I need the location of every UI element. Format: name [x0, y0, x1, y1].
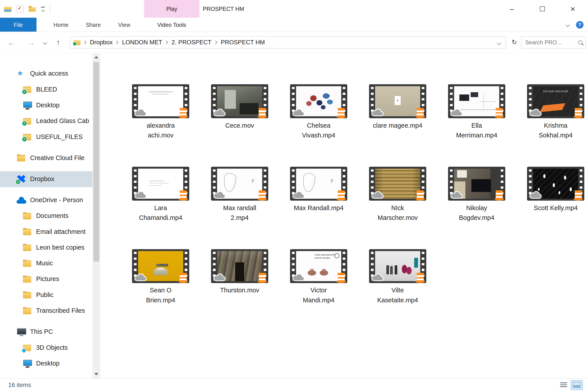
- maximize-button[interactable]: [527, 0, 558, 18]
- minimize-button[interactable]: –: [497, 0, 527, 18]
- video-thumbnail: [133, 250, 189, 283]
- file-name: Thurston.mov: [220, 286, 259, 295]
- sidebar-item[interactable]: Quick access: [0, 66, 93, 82]
- file-item[interactable]: Vilte Kasetaite.mp4: [358, 250, 437, 332]
- sidebar-item[interactable]: Email attachment: [0, 224, 93, 240]
- thumbnail-view-button[interactable]: [571, 380, 583, 390]
- file-name: clare magee.mp4: [373, 121, 422, 131]
- sidebar-item[interactable]: Pictures: [0, 271, 93, 287]
- sidebar-item-icon: [22, 116, 33, 126]
- tab-video-tools[interactable]: Video Tools: [144, 18, 199, 32]
- file-item[interactable]: Nikolay Bogdev.mp4: [437, 167, 516, 250]
- video-thumbnail: [290, 85, 347, 118]
- tab-file[interactable]: File: [0, 18, 37, 32]
- file-item[interactable]: Thurston.mov: [200, 250, 279, 332]
- sidebar-item[interactable]: OneDrive - Person: [0, 193, 93, 208]
- scroll-up-icon[interactable]: [94, 56, 98, 58]
- folder-icon[interactable]: [29, 6, 36, 11]
- explorer-app-icon[interactable]: [4, 5, 12, 12]
- sidebar-item-icon: [22, 274, 33, 284]
- file-item[interactable]: COLOUR ISOLATION Krishma Sokhal.mp4: [516, 85, 588, 167]
- file-name: Max Randall.mp4: [294, 203, 344, 213]
- sidebar-item[interactable]: Dropbox: [0, 171, 93, 187]
- sidebar-item[interactable]: 3D Objects: [0, 340, 93, 356]
- expand-ribbon-chevron-icon[interactable]: [566, 23, 570, 27]
- sidebar-item[interactable]: USEFUL_FILES: [0, 129, 93, 145]
- sidebar-item-label: This PC: [30, 328, 53, 336]
- sidebar-item[interactable]: Leon best copies: [0, 240, 93, 256]
- up-icon[interactable]: ↑: [57, 32, 60, 53]
- sidebar-item-icon: [16, 327, 27, 337]
- sidebar-item[interactable]: BLEED: [0, 82, 93, 97]
- file-item[interactable]: F Max Randall.mp4: [279, 167, 358, 250]
- sidebar-item-label: Creative Cloud File: [30, 154, 84, 162]
- breadcrumb-segment[interactable]: PROSPECT HM: [211, 39, 265, 46]
- toolbar-separator: [50, 5, 51, 13]
- dropbox-online-only-icon: [213, 108, 226, 117]
- vlc-cone-icon: [573, 189, 584, 201]
- sidebar-item[interactable]: Public: [0, 287, 93, 303]
- ribbon-tabs: Home Share View: [45, 18, 139, 32]
- address-bar[interactable]: Dropbox LONDON MET 2. PROSPECT P: [70, 36, 506, 49]
- dropbox-online-only-icon: [134, 272, 147, 282]
- forward-icon[interactable]: →: [27, 32, 35, 53]
- window-title: PROSPECT HM: [203, 0, 244, 18]
- window-controls: – ×: [497, 0, 588, 18]
- breadcrumb-segment[interactable]: 2. PROSPECT: [162, 39, 211, 46]
- sidebar-item-icon: [22, 85, 33, 95]
- sidebar-item[interactable]: Music: [0, 256, 93, 271]
- file-item[interactable]: alexandra achi.mov: [121, 85, 200, 167]
- sidebar-item-icon: [22, 132, 33, 142]
- recent-locations-chevron-icon[interactable]: [44, 32, 47, 53]
- sidebar-item-label: Dropbox: [30, 175, 54, 183]
- sidebar-item-label: OneDrive - Person: [30, 196, 83, 204]
- breadcrumb-segment[interactable]: LONDON MET: [113, 39, 163, 46]
- customize-toolbar-arrow-icon[interactable]: [41, 6, 45, 11]
- video-thumbnail: [211, 85, 268, 118]
- contextual-tab-play[interactable]: Play: [144, 0, 199, 18]
- refresh-button[interactable]: ↻: [509, 36, 520, 49]
- sidebar-item[interactable]: This PC: [0, 324, 93, 340]
- search-icon[interactable]: [578, 40, 583, 45]
- ribbon-tab[interactable]: View: [109, 18, 139, 32]
- sidebar-item[interactable]: Desktop: [0, 98, 93, 113]
- thumbnail-caption: F: [331, 178, 334, 185]
- sidebar-item[interactable]: Desktop: [0, 356, 93, 372]
- dropbox-online-only-icon: [134, 108, 147, 117]
- file-item[interactable]: Sean O Brien.mp4: [121, 250, 200, 332]
- scrollbar-thumb[interactable]: [93, 62, 99, 262]
- vlc-cone-icon: [573, 106, 584, 119]
- file-item[interactable]: clare magee.mp4: [358, 85, 437, 167]
- sidebar-item-icon: [22, 211, 33, 221]
- file-item[interactable]: Ella Merriman.mp4: [437, 85, 516, 167]
- back-icon[interactable]: ←: [7, 32, 15, 53]
- sidebar-item[interactable]: Transcribed Files: [0, 303, 93, 319]
- file-item[interactable]: F Max randall 2.mp4: [200, 167, 279, 250]
- close-button[interactable]: ×: [558, 0, 588, 18]
- sidebar-scrollbar[interactable]: [93, 53, 100, 378]
- file-item[interactable]: Lara Chamandi.mp4: [121, 167, 200, 250]
- scroll-down-icon[interactable]: [94, 373, 98, 375]
- file-item[interactable]: NIck Marscher.mov: [358, 167, 437, 250]
- vlc-cone-icon: [494, 189, 505, 201]
- details-view-button[interactable]: [558, 380, 570, 390]
- sidebar-item[interactable]: Leaded Glass Cab: [0, 113, 93, 129]
- breadcrumb-segment[interactable]: Dropbox: [81, 39, 113, 46]
- file-item[interactable]: Cece.mov: [200, 85, 279, 167]
- help-icon[interactable]: ?: [576, 21, 584, 28]
- video-thumbnail: [370, 85, 426, 118]
- address-dropdown-chevron-icon[interactable]: [497, 39, 501, 46]
- sidebar-item[interactable]: Creative Cloud File: [0, 150, 93, 166]
- search-input[interactable]: [524, 39, 577, 46]
- ribbon-tab[interactable]: Share: [77, 18, 109, 32]
- file-item[interactable]: Scott Kelly.mp4: [516, 167, 588, 250]
- thumbnail-caption: F: [252, 178, 255, 185]
- breadcrumb-label: PROSPECT HM: [221, 39, 265, 46]
- maximize-icon: [540, 6, 545, 11]
- checked-file-icon[interactable]: [17, 5, 24, 12]
- file-item[interactable]: Chelsea Vivash.mp4: [279, 85, 358, 167]
- file-item[interactable]: TAIRS NEIGHBOUR'S OURITE SHOES Victor Ma…: [279, 250, 358, 332]
- sidebar-item-label: Email attachment: [36, 228, 85, 236]
- sidebar-item[interactable]: Documents: [0, 208, 93, 224]
- ribbon-tab[interactable]: Home: [45, 18, 77, 32]
